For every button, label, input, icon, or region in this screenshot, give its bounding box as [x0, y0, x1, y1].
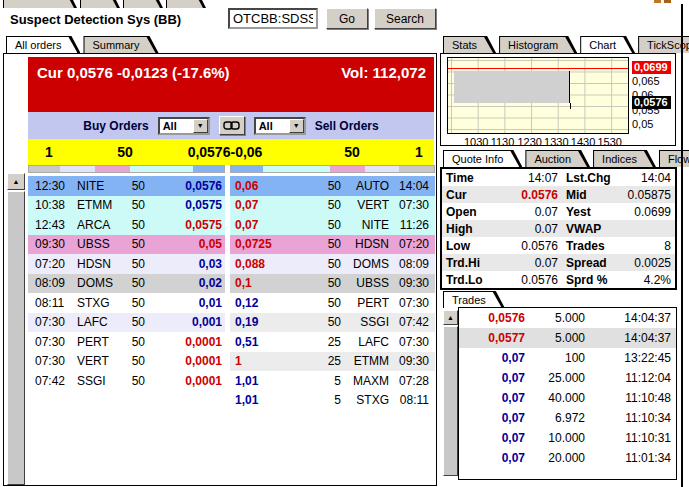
sell-order-row[interactable]: 125ETMM09:30 [230, 352, 435, 372]
market-maker: DOMS [68, 276, 124, 290]
y-axis-tick: 0,05 [632, 118, 653, 130]
trade-size: 20.000 [525, 451, 585, 465]
trade-row[interactable]: 0,0720.00011:01:34 [459, 448, 676, 468]
quote-value: 0.0576 [498, 273, 558, 287]
sell-order-row[interactable]: 1,015STXG08:11 [230, 391, 435, 411]
buy-order-row[interactable]: 12:30NITE500,0576 [28, 176, 225, 196]
trade-row[interactable]: 0,0740.00011:10:48 [459, 388, 676, 408]
tab-label: Stats [444, 37, 493, 53]
quote-info-row: Low0.0576Trades8 [442, 237, 675, 254]
order-price: 1,01 [230, 393, 288, 407]
tab-label: Chart [581, 37, 632, 53]
order-price: 1 [230, 354, 288, 368]
order-price: 0,07 [230, 198, 288, 212]
scroll-up-icon: ▲ [13, 178, 20, 185]
order-time: 08:09 [389, 257, 435, 271]
order-size: 50 [124, 237, 171, 251]
buy-filter-select[interactable]: All ▼ [158, 117, 210, 135]
quote-label: Time [442, 171, 498, 185]
trading-app-window: Suspect Detection Sys (BB) Go Search All… [0, 0, 689, 487]
chevron-down-icon[interactable]: ▼ [289, 119, 304, 133]
price-drop-tick [570, 103, 571, 109]
order-book-scrollbar-thumb[interactable] [7, 191, 25, 485]
trade-time: 11:10:31 [585, 431, 676, 445]
buy-order-row[interactable]: 08:09DOMS500,02 [28, 274, 225, 294]
sell-filter-select[interactable]: All ▼ [254, 117, 306, 135]
trade-row[interactable]: 0,0710013:22:45 [459, 348, 676, 368]
search-button[interactable]: Search [374, 8, 436, 29]
sell-order-row[interactable]: 0,1950SSGI07:42 [230, 313, 435, 333]
tab-trades[interactable]: Trades [443, 291, 505, 308]
sell-order-row[interactable]: 0,150UBSS09:30 [230, 274, 435, 294]
tab-summary[interactable]: Summary [83, 36, 158, 53]
sell-order-row[interactable]: 0,0750NITE11:26 [230, 215, 435, 235]
x-axis-tick: 1030 [464, 136, 488, 148]
quote-label: Spread [558, 256, 620, 270]
order-time: 07:42 [389, 315, 435, 329]
depth-segment [365, 166, 400, 172]
symbol-input[interactable] [228, 8, 318, 29]
market-maker: UBSS [345, 276, 389, 290]
buy-order-row[interactable]: 07:20HDSN500,03 [28, 254, 225, 274]
buy-order-row[interactable]: 07:30LAFC500,001 [28, 313, 225, 333]
sell-orders-list: 0,0650AUTO14:040,0750VERT07:300,0750NITE… [230, 176, 435, 410]
buy-orders-label: Buy Orders [83, 119, 148, 133]
sell-order-row[interactable]: 1,015MAXM07:28 [230, 371, 435, 391]
chevron-down-icon[interactable]: ▼ [193, 119, 208, 133]
tab-all-orders[interactable]: All orders [6, 36, 80, 53]
buy-depth-color-strip [28, 165, 225, 173]
trade-size: 100 [525, 351, 585, 365]
tab-indices[interactable]: Indices [593, 150, 656, 167]
price-banner: Cur 0,0576 -0,0123 (-17.6%) Vol: 112,072 [28, 57, 434, 112]
market-maker: NITE [68, 179, 124, 193]
order-size: 50 [288, 296, 345, 310]
market-maker: ARCA [68, 218, 124, 232]
trade-row[interactable]: 0,05765.00014:04:37 [459, 308, 676, 328]
tab-histogram[interactable]: Histogram [499, 36, 577, 53]
trade-price: 0,07 [459, 391, 525, 405]
trades-scrollbar-thumb[interactable] [443, 326, 458, 476]
tab-label [124, 0, 160, 8]
sell-order-row[interactable]: 0,0750VERT07:30 [230, 196, 435, 216]
scroll-up-button[interactable]: ▲ [7, 173, 25, 190]
trade-row[interactable]: 0,076.97211:10:34 [459, 408, 676, 428]
sell-order-row[interactable]: 0,1250PERT07:30 [230, 293, 435, 313]
quote-value: 8 [620, 239, 675, 253]
go-button[interactable]: Go [326, 8, 368, 29]
sell-order-row[interactable]: 0,08850DOMS08:09 [230, 254, 435, 274]
market-maker: STXG [68, 296, 124, 310]
tab-label: Indices [594, 151, 653, 167]
sell-order-row[interactable]: 0,072550HDSN07:20 [230, 235, 435, 255]
quote-value: 14:07 [498, 171, 558, 185]
tab-quote-info[interactable]: Quote Info [443, 150, 522, 167]
y-axis-tick: 0,0576 [632, 96, 671, 109]
buy-order-row[interactable]: 07:30VERT500,0001 [28, 352, 225, 372]
tab-flow[interactable]: Flow [659, 150, 689, 167]
order-price: 0,0575 [171, 198, 225, 212]
buy-order-row[interactable]: 08:11STXG500,01 [28, 293, 225, 313]
buy-order-row[interactable]: 10:38ETMM500,0575 [28, 196, 225, 216]
link-filters-button[interactable] [219, 116, 245, 135]
trade-row[interactable]: 0,0725.00011:12:04 [459, 368, 676, 388]
order-size: 50 [288, 237, 345, 251]
order-price: 0,51 [230, 335, 288, 349]
order-filter-bar: Buy Orders All ▼ All ▼ Sell Orders [28, 112, 434, 139]
tab-auction[interactable]: Auction [525, 150, 590, 167]
buy-order-row[interactable]: 12:43ARCA500,0575 [28, 215, 225, 235]
sell-order-row[interactable]: 0,0650AUTO14:04 [230, 176, 435, 196]
buy-order-row[interactable]: 07:30PERT500,0001 [28, 332, 225, 352]
tab-stats[interactable]: Stats [443, 36, 496, 53]
tab-chart[interactable]: Chart [580, 36, 635, 53]
trade-row[interactable]: 0,0710.00011:10:31 [459, 428, 676, 448]
buy-order-row[interactable]: 07:42SSGI500,0001 [28, 371, 225, 391]
sell-order-row[interactable]: 0,5125LAFC07:30 [230, 332, 435, 352]
trade-row[interactable]: 0,05775.00014:04:37 [459, 328, 676, 348]
quote-info-row: High0.07VWAP [442, 220, 675, 237]
order-time: 09:30 [28, 237, 68, 251]
market-maker: ETMM [68, 198, 124, 212]
market-maker: STXG [345, 393, 389, 407]
buy-order-row[interactable]: 09:30UBSS500,05 [28, 235, 225, 255]
trades-scroll-up-button[interactable]: ▲ [443, 310, 458, 325]
order-price: 0,01 [171, 296, 225, 310]
trade-size: 25.000 [525, 371, 585, 385]
